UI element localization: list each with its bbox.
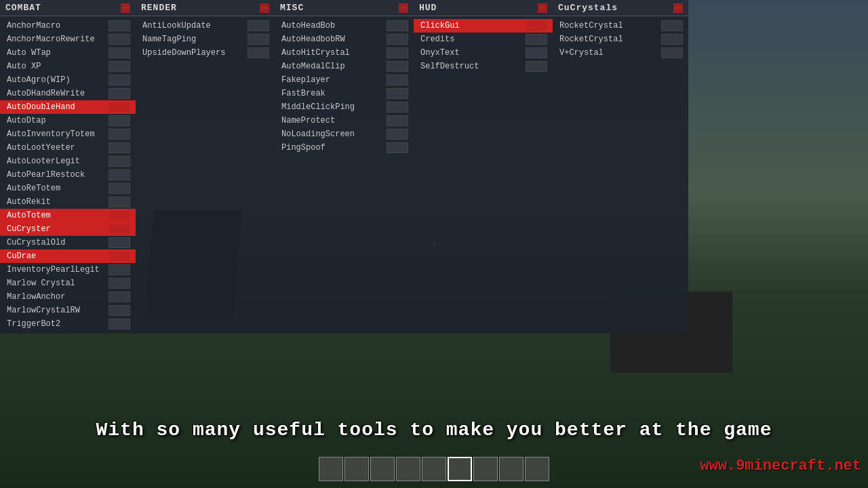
- bottom-text: With so many useful tools to make you be…: [0, 420, 868, 441]
- hud-panel-items: ClickGuiCreditsOnyxTextSelfDestruct: [414, 16, 553, 76]
- list-item[interactable]: AutoPearlRestock: [0, 168, 136, 182]
- list-item[interactable]: AutoHitCrystal: [275, 46, 414, 60]
- list-item[interactable]: TriggerBot2: [0, 317, 136, 331]
- hotbar-slot[interactable]: [344, 457, 369, 481]
- list-item[interactable]: InventoryPearlLegit: [0, 263, 136, 277]
- list-item[interactable]: MarlowCrystalRW: [0, 304, 136, 317]
- panels-container: COMBAT — AnchorMacroAnchorMacroRewriteAu…: [0, 0, 868, 333]
- watermark: www.9minecraft.net: [700, 458, 861, 474]
- list-item[interactable]: AnchorMacro: [0, 19, 136, 33]
- list-item[interactable]: AutoDtap: [0, 114, 136, 127]
- hotbar-slot[interactable]: [473, 457, 498, 481]
- hud-panel-header: HUD —: [414, 0, 553, 16]
- list-item[interactable]: MarlowAnchor: [0, 290, 136, 304]
- list-item[interactable]: V+Crystal: [553, 46, 688, 60]
- combat-panel: COMBAT — AnchorMacroAnchorMacroRewriteAu…: [0, 0, 136, 333]
- list-item[interactable]: RocketCrystal: [553, 33, 688, 46]
- list-item[interactable]: NameProtect: [275, 114, 414, 127]
- list-item[interactable]: FastBreak: [275, 87, 414, 100]
- list-item[interactable]: RocketCrystal: [553, 19, 688, 33]
- list-item[interactable]: CuDrae: [0, 249, 136, 263]
- list-item[interactable]: AnchorMacroRewrite: [0, 33, 136, 46]
- list-item[interactable]: AutoDHandReWrite: [0, 87, 136, 100]
- list-item[interactable]: CuCryster: [0, 222, 136, 236]
- misc-panel-title: MISC: [280, 3, 304, 13]
- list-item[interactable]: AutoReTotem: [0, 182, 136, 195]
- combat-minimize-button[interactable]: —: [121, 3, 130, 13]
- hud-panel: HUD — ClickGuiCreditsOnyxTextSelfDestruc…: [414, 0, 553, 333]
- list-item[interactable]: AntiLookUpdate: [136, 19, 275, 33]
- misc-panel-items: AutoHeadBobAutoHeadbobRWAutoHitCrystalAu…: [275, 16, 414, 157]
- hotbar: [319, 457, 549, 481]
- list-item[interactable]: Auto WTap: [0, 46, 136, 60]
- list-item[interactable]: AutoMedalClip: [275, 60, 414, 73]
- cucrystals-minimize-button[interactable]: —: [673, 3, 683, 13]
- hotbar-slot[interactable]: [319, 457, 343, 481]
- list-item[interactable]: Marlow Crystal: [0, 277, 136, 290]
- list-item[interactable]: AutoRekit: [0, 195, 136, 209]
- hud-panel-title: HUD: [419, 3, 437, 13]
- render-panel-header: RENDER —: [136, 0, 275, 16]
- combat-panel-title: COMBAT: [5, 3, 41, 13]
- list-item[interactable]: AutoAgro(WIP): [0, 73, 136, 87]
- list-item[interactable]: AutoLootYeeter: [0, 141, 136, 155]
- list-item[interactable]: AutoDoubleHand: [0, 100, 136, 114]
- misc-panel: MISC — AutoHeadBobAutoHeadbobRWAutoHitCr…: [275, 0, 414, 333]
- render-panel: RENDER — AntiLookUpdateNameTagPingUpside…: [136, 0, 275, 333]
- list-item[interactable]: Fakeplayer: [275, 73, 414, 87]
- cucrystals-panel: CuCrystals — RocketCrystalRocketCrystalV…: [553, 0, 688, 333]
- list-item[interactable]: AutoHeadBob: [275, 19, 414, 33]
- cucrystals-panel-header: CuCrystals —: [553, 0, 688, 16]
- list-item[interactable]: MiddleClickPing: [275, 100, 414, 114]
- misc-minimize-button[interactable]: —: [399, 3, 408, 13]
- hotbar-slot[interactable]: [396, 457, 420, 481]
- hud-minimize-button[interactable]: —: [538, 3, 547, 13]
- render-panel-title: RENDER: [141, 3, 177, 13]
- hotbar-slot[interactable]: [499, 457, 524, 481]
- list-item[interactable]: Auto XP: [0, 60, 136, 73]
- combat-panel-items: AnchorMacroAnchorMacroRewriteAuto WTapAu…: [0, 16, 136, 333]
- list-item[interactable]: AutoHeadbobRW: [275, 33, 414, 46]
- list-item[interactable]: UpsideDownPlayers: [136, 46, 275, 60]
- hotbar-slot[interactable]: [422, 457, 446, 481]
- hotbar-slot[interactable]: [370, 457, 395, 481]
- render-panel-items: AntiLookUpdateNameTagPingUpsideDownPlaye…: [136, 16, 275, 62]
- list-item[interactable]: PingSpoof: [275, 141, 414, 155]
- list-item[interactable]: ClickGui: [414, 19, 553, 33]
- combat-panel-header: COMBAT —: [0, 0, 136, 16]
- cucrystals-panel-title: CuCrystals: [558, 3, 618, 13]
- list-item[interactable]: AutoInventoryTotem: [0, 127, 136, 141]
- list-item[interactable]: SelfDestruct: [414, 60, 553, 73]
- render-minimize-button[interactable]: —: [260, 3, 269, 13]
- list-item[interactable]: Credits: [414, 33, 553, 46]
- hotbar-slot[interactable]: [525, 457, 549, 481]
- list-item[interactable]: NoLoadingScreen: [275, 127, 414, 141]
- list-item[interactable]: CuCrystalOld: [0, 236, 136, 249]
- cucrystals-panel-items: RocketCrystalRocketCrystalV+Crystal: [553, 16, 688, 62]
- list-item[interactable]: NameTagPing: [136, 33, 275, 46]
- hotbar-slot[interactable]: [448, 457, 472, 481]
- list-item[interactable]: AutoTotem: [0, 209, 136, 222]
- list-item[interactable]: OnyxText: [414, 46, 553, 60]
- misc-panel-header: MISC —: [275, 0, 414, 16]
- list-item[interactable]: AutoLooterLegit: [0, 155, 136, 168]
